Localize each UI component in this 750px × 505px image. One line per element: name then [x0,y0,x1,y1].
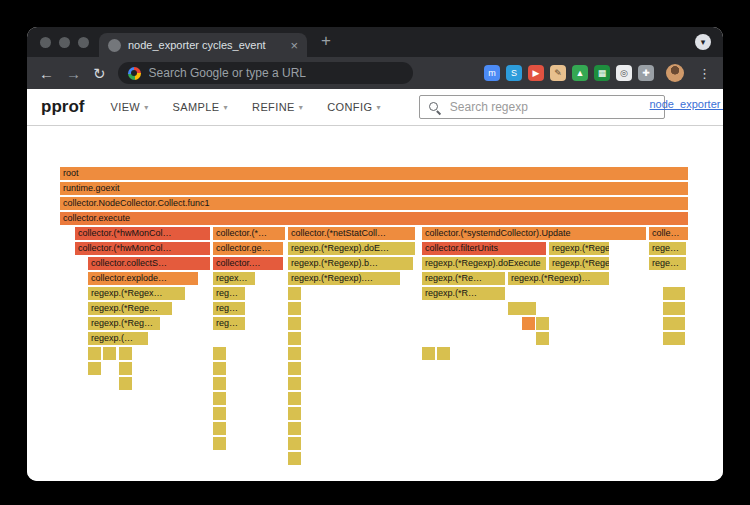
flame-bar[interactable] [663,317,685,330]
extension-icon-7[interactable]: ◎ [616,65,632,81]
flame-bar[interactable] [103,347,116,360]
profile-avatar[interactable] [666,64,684,82]
extension-icon-4[interactable]: ✎ [550,65,566,81]
forward-icon[interactable]: → [66,66,81,81]
flame-bar[interactable]: regexp.(*Regexp)… [549,242,609,255]
zoom-window-button[interactable] [78,37,89,48]
flame-bar[interactable]: regexp.(*Regexp).b… [288,257,413,270]
flame-bar[interactable]: regexp.(*Regexp)… [549,257,609,270]
flame-bar[interactable]: regexp.(*Re… [422,272,505,285]
reload-icon[interactable]: ↻ [93,66,106,81]
extension-icon-1[interactable]: m [484,65,500,81]
address-bar-placeholder: Search Google or type a URL [149,66,306,80]
flame-bar[interactable] [288,437,301,450]
flame-bar[interactable]: collector.ge… [213,242,283,255]
profile-link[interactable]: node_exporter c [650,98,724,110]
search-box[interactable] [419,95,665,119]
flame-bar[interactable]: regexp.(*Regexp).… [288,272,400,285]
flame-bar[interactable]: regexp.(*Regex… [88,287,185,300]
flame-bar[interactable]: collector.filterUnits [422,242,546,255]
flame-bar[interactable]: regexp.(… [88,332,148,345]
flame-bar[interactable] [213,347,226,360]
flame-bar[interactable]: reg… [213,287,245,300]
flame-bar[interactable] [213,422,226,435]
flame-bar[interactable] [288,422,301,435]
flame-bar[interactable] [88,362,101,375]
flame-bar[interactable] [213,362,226,375]
flame-bar[interactable]: collector.… [213,257,283,270]
flame-bar[interactable]: regexp.(*Rege… [88,302,172,315]
flame-bar[interactable] [422,347,435,360]
extension-icon-5[interactable]: ▲ [572,65,588,81]
flame-bar[interactable] [663,332,685,345]
flame-bar[interactable] [663,287,685,300]
extension-icon-6[interactable]: ▦ [594,65,610,81]
flame-bar[interactable]: rege… [649,257,686,270]
flame-bar[interactable] [663,302,685,315]
extension-icon-8[interactable]: ✚ [638,65,654,81]
flame-bar[interactable]: collector.(*netStatColl… [288,227,415,240]
flame-bar[interactable]: rege… [649,242,686,255]
flame-bar[interactable] [288,332,301,345]
minimize-window-button[interactable] [59,37,70,48]
new-tab-button[interactable]: + [321,31,331,51]
browser-tab[interactable]: node_exporter cycles_event × [99,33,307,57]
flame-bar[interactable]: regexp.(*Regexp).doE… [288,242,415,255]
menu-config[interactable]: CONFIG ▾ [327,101,381,113]
flame-bar[interactable] [536,332,549,345]
menu-sample[interactable]: SAMPLE ▾ [173,101,228,113]
flame-bar[interactable]: collector.(*hwMonCol… [75,242,210,255]
flame-bar[interactable] [508,302,536,315]
flame-bar[interactable]: regexp.(*Regexp)… [508,272,609,285]
flame-bar[interactable]: regexp.(*Reg… [88,317,160,330]
tab-search-icon[interactable]: ▾ [695,34,711,50]
extension-icon-2[interactable]: S [506,65,522,81]
flame-bar[interactable]: root [60,167,688,180]
flame-bar[interactable]: reg… [213,317,245,330]
flame-bar[interactable] [288,362,301,375]
search-input[interactable] [448,99,656,115]
flame-bar[interactable]: reg… [213,302,245,315]
flame-bar[interactable] [213,392,226,405]
flame-bar[interactable]: collector.collectS… [88,257,210,270]
flame-bar[interactable] [288,317,301,330]
menu-kebab-icon[interactable]: ⋮ [698,66,711,81]
flame-bar[interactable] [288,302,301,315]
flame-bar[interactable] [213,377,226,390]
flame-bar[interactable] [119,362,132,375]
address-bar[interactable]: Search Google or type a URL [118,62,413,84]
flame-bar[interactable] [288,347,301,360]
flame-bar[interactable] [437,347,450,360]
flame-bar[interactable]: regexp.(*R… [422,287,505,300]
flame-bar[interactable] [119,347,132,360]
flame-bar[interactable] [536,317,549,330]
flame-bar[interactable]: collector.NodeCollector.Collect.func1 [60,197,688,210]
flame-bar[interactable]: collector.execute [60,212,688,225]
flame-bar[interactable] [213,437,226,450]
flame-bar[interactable] [522,317,535,330]
flame-bar[interactable]: runtime.goexit [60,182,688,195]
flame-bar[interactable]: collector.(*hwMonCol… [75,227,210,240]
tab-favicon-icon [108,39,121,52]
close-window-button[interactable] [40,37,51,48]
extension-icon-3[interactable]: ▶ [528,65,544,81]
tab-close-icon[interactable]: × [290,39,298,52]
menu-config-label: CONFIG [327,101,372,113]
flame-bar[interactable]: collector.explode… [88,272,198,285]
flame-bar[interactable]: colle… [649,227,688,240]
flame-bar[interactable] [213,407,226,420]
flame-bar[interactable]: regex… [213,272,255,285]
menu-view[interactable]: VIEW ▾ [110,101,148,113]
flame-bar[interactable]: regexp.(*Regexp).doExecute [422,257,546,270]
flame-bar[interactable] [119,377,132,390]
flame-bar[interactable] [288,392,301,405]
menu-refine[interactable]: REFINE ▾ [252,101,303,113]
flame-bar[interactable]: collector.(*… [213,227,285,240]
back-icon[interactable]: ← [39,66,54,81]
flame-bar[interactable] [288,452,301,465]
flame-bar[interactable] [288,287,301,300]
flame-bar[interactable]: collector.(*systemdCollector).Update [422,227,646,240]
flame-bar[interactable] [288,377,301,390]
flame-bar[interactable] [88,347,101,360]
flame-bar[interactable] [288,407,301,420]
